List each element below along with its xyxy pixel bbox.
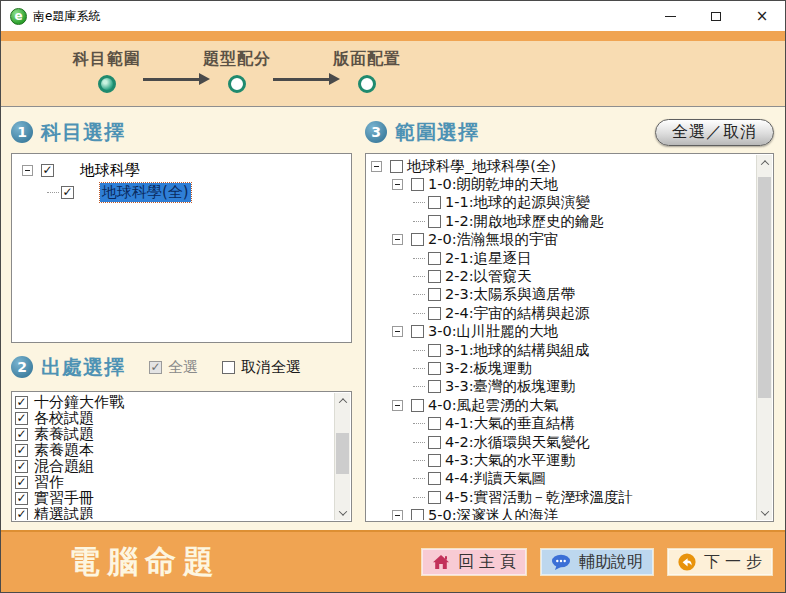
range-tree-row[interactable]: 4-2:水循環與天氣變化 [371, 433, 756, 451]
range-tree-row[interactable]: 4-4:判讀天氣圖 [371, 470, 756, 488]
range-item-label[interactable]: 1-2:開啟地球歷史的鑰匙 [445, 212, 604, 231]
collapse-icon[interactable] [392, 400, 403, 411]
checkbox-unchecked-icon[interactable] [428, 362, 441, 375]
range-tree-row[interactable]: 2-0:浩瀚無垠的宇宙 [371, 231, 756, 249]
checkbox-unchecked-icon[interactable] [411, 325, 424, 338]
range-tree-row[interactable]: 4-1:大氣的垂直結構 [371, 414, 756, 432]
subject-child-label[interactable]: 地球科學(全) [100, 183, 191, 202]
collapse-icon[interactable] [371, 161, 382, 172]
range-item-label[interactable]: 4-0:風起雲湧的大氣 [428, 396, 558, 415]
range-item-label[interactable]: 4-3:大氣的水平運動 [445, 451, 575, 470]
step-layout[interactable]: 版面配置 [331, 41, 403, 106]
maximize-button[interactable] [693, 1, 739, 31]
range-tree-row[interactable]: 3-3:臺灣的板塊運動 [371, 378, 756, 396]
collapse-icon[interactable] [392, 179, 403, 190]
range-item-label[interactable]: 1-1:地球的起源與演變 [445, 193, 590, 212]
range-item-label[interactable]: 3-2:板塊運動 [445, 359, 532, 378]
checkbox-checked-icon[interactable]: ✓ [15, 492, 28, 505]
source-list-scrollbar[interactable] [334, 393, 350, 520]
checkbox-checked-icon[interactable]: ✓ [15, 428, 28, 441]
range-item-label[interactable]: 4-1:大氣的垂直結構 [445, 414, 575, 433]
scroll-thumb[interactable] [336, 433, 349, 474]
range-tree-row[interactable]: 2-2:以管窺天 [371, 267, 756, 285]
checkbox-unchecked-icon[interactable] [222, 361, 235, 374]
range-item-label[interactable]: 5-0:深邃迷人的海洋 [428, 506, 558, 520]
range-tree-row[interactable]: 1-0:朗朗乾坤的天地 [371, 175, 756, 193]
checkbox-unchecked-icon[interactable] [428, 252, 441, 265]
step-question-types[interactable]: 題型配分 [201, 41, 273, 106]
scroll-up-button[interactable] [757, 155, 772, 170]
scroll-thumb[interactable] [758, 177, 771, 398]
range-item-label[interactable]: 2-2:以管窺天 [445, 267, 532, 286]
range-tree-row[interactable]: 2-4:宇宙的結構與起源 [371, 304, 756, 322]
range-tree-row[interactable]: 地球科學_地球科學(全) [371, 157, 756, 175]
range-item-label[interactable]: 1-0:朗朗乾坤的天地 [428, 175, 558, 194]
step-subject-range[interactable]: 科目範圍 [71, 41, 143, 106]
range-item-label[interactable]: 地球科學_地球科學(全) [407, 157, 556, 176]
range-tree-row[interactable]: 1-1:地球的起源與演變 [371, 194, 756, 212]
range-item-label[interactable]: 2-4:宇宙的結構與起源 [445, 304, 590, 323]
checkbox-unchecked-icon[interactable] [411, 178, 424, 191]
range-item-label[interactable]: 3-3:臺灣的板塊運動 [445, 377, 575, 396]
range-tree-row[interactable]: 4-3:大氣的水平運動 [371, 451, 756, 469]
range-item-label[interactable]: 3-0:山川壯麗的大地 [428, 322, 558, 341]
checkbox-unchecked-icon[interactable] [428, 307, 441, 320]
source-list-item[interactable]: ✓精選試題 [15, 506, 334, 520]
range-item-label[interactable]: 4-4:判讀天氣圖 [445, 469, 546, 488]
scroll-down-button[interactable] [335, 505, 350, 520]
checkbox-checked-icon[interactable]: ✓ [15, 508, 28, 521]
range-tree-row[interactable]: 3-0:山川壯麗的大地 [371, 323, 756, 341]
checkbox-checked-icon[interactable]: ✓ [15, 396, 28, 409]
checkbox-unchecked-icon[interactable] [411, 233, 424, 246]
range-item-label[interactable]: 2-3:太陽系與適居帶 [445, 285, 575, 304]
checkbox-unchecked-icon[interactable] [390, 160, 403, 173]
checkbox-checked-icon[interactable]: ✓ [61, 186, 74, 199]
minimize-button[interactable] [647, 1, 693, 31]
checkbox-unchecked-icon[interactable] [428, 196, 441, 209]
range-item-label[interactable]: 4-5:實習活動－乾溼球溫度計 [445, 488, 633, 507]
subject-tree-root-row[interactable]: ✓ 地球科學 [16, 159, 347, 181]
checkbox-checked-icon[interactable]: ✓ [15, 412, 28, 425]
deselect-all-control[interactable]: 取消全選 [222, 358, 301, 377]
scroll-track[interactable] [335, 408, 350, 505]
checkbox-unchecked-icon[interactable] [428, 270, 441, 283]
range-item-label[interactable]: 4-2:水循環與天氣變化 [445, 433, 590, 452]
select-all-toggle-button[interactable]: 全選／取消 [655, 119, 774, 146]
checkbox-unchecked-icon[interactable] [411, 399, 424, 412]
range-tree-row[interactable]: 2-3:太陽系與適居帶 [371, 286, 756, 304]
checkbox-unchecked-icon[interactable] [428, 344, 441, 357]
range-item-label[interactable]: 2-1:追星逐日 [445, 249, 532, 268]
range-tree-row[interactable]: 4-0:風起雲湧的大氣 [371, 396, 756, 414]
checkbox-unchecked-icon[interactable] [428, 491, 441, 504]
checkbox-checked-icon[interactable]: ✓ [15, 476, 28, 489]
close-button[interactable]: × [739, 1, 785, 31]
scroll-down-button[interactable] [757, 505, 772, 520]
subject-tree-child-row[interactable]: ✓ 地球科學(全) [16, 181, 347, 203]
collapse-icon[interactable] [392, 510, 403, 520]
help-button[interactable]: 輔助說明 [540, 548, 654, 576]
subject-root-label[interactable]: 地球科學 [80, 161, 140, 180]
checkbox-checked-icon[interactable]: ✓ [41, 164, 54, 177]
checkbox-unchecked-icon[interactable] [428, 417, 441, 430]
range-item-label[interactable]: 3-1:地球的結構與組成 [445, 341, 590, 360]
collapse-icon[interactable] [22, 165, 33, 176]
checkbox-checked-icon[interactable]: ✓ [15, 444, 28, 457]
checkbox-unchecked-icon[interactable] [428, 288, 441, 301]
range-tree-scrollbar[interactable] [756, 155, 772, 520]
range-item-label[interactable]: 2-0:浩瀚無垠的宇宙 [428, 230, 558, 249]
checkbox-checked-icon[interactable]: ✓ [15, 460, 28, 473]
checkbox-unchecked-icon[interactable] [428, 436, 441, 449]
checkbox-unchecked-icon[interactable] [428, 380, 441, 393]
range-tree-row[interactable]: 3-2:板塊運動 [371, 359, 756, 377]
checkbox-unchecked-icon[interactable] [428, 215, 441, 228]
next-step-button[interactable]: 下一步 [667, 548, 773, 576]
checkbox-unchecked-icon[interactable] [411, 509, 424, 520]
collapse-icon[interactable] [392, 234, 403, 245]
checkbox-unchecked-icon[interactable] [428, 454, 441, 467]
select-all-control[interactable]: ✓ 全選 [149, 358, 198, 377]
home-button[interactable]: 回主頁 [421, 548, 527, 576]
collapse-icon[interactable] [392, 326, 403, 337]
range-tree-row[interactable]: 4-5:實習活動－乾溼球溫度計 [371, 488, 756, 506]
range-tree-row[interactable]: 1-2:開啟地球歷史的鑰匙 [371, 212, 756, 230]
checkbox-unchecked-icon[interactable] [428, 472, 441, 485]
